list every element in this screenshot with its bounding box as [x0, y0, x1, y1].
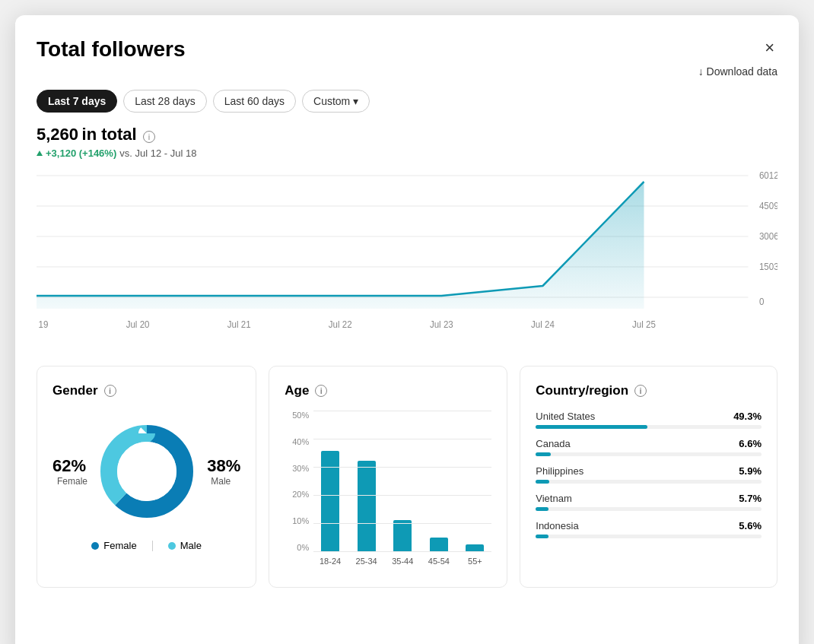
bar-18-24	[321, 451, 339, 552]
chart-area	[37, 182, 644, 309]
country-info-icon: i	[634, 385, 647, 397]
bottom-panels: Gender i 62% Female	[37, 366, 777, 588]
x-label-45-54: 45-54	[422, 557, 456, 566]
country-name-ca: Canada	[536, 438, 571, 449]
age-x-labels: 18-24 25-34 35-44 45-54 55+	[313, 552, 491, 570]
svg-text:6012: 6012	[759, 170, 777, 180]
country-item-vn: Vietnam 5.7%	[536, 493, 762, 511]
filter-custom-button[interactable]: Custom ▾	[302, 90, 370, 113]
bar-35-44	[393, 520, 412, 552]
download-button[interactable]: ↓ Download data	[698, 65, 777, 78]
legend-male: Male	[168, 540, 202, 551]
age-info-icon: i	[315, 385, 327, 397]
bar-45-54	[430, 538, 448, 552]
age-panel-title: Age i	[285, 383, 491, 398]
country-item-id: Indonesia 5.6%	[536, 520, 762, 538]
country-fill-ca	[536, 452, 551, 456]
male-dot	[168, 542, 176, 550]
change-value: +3,120 (+146%)	[37, 148, 116, 159]
country-name-ph: Philippines	[536, 465, 583, 477]
filter-last7-button[interactable]: Last 7 days	[37, 90, 117, 113]
time-filters: Last 7 days Last 28 days Last 60 days Cu…	[37, 90, 777, 113]
country-item-ph: Philippines 5.9%	[536, 465, 762, 484]
svg-text:Jul 25: Jul 25	[632, 319, 656, 329]
country-item-us: United States 49.3%	[536, 411, 762, 429]
country-header-vn: Vietnam 5.7%	[536, 493, 762, 504]
bar-25-34	[358, 461, 376, 552]
country-header-us: United States 49.3%	[536, 411, 762, 422]
country-pct-ph: 5.9%	[739, 465, 762, 477]
change-vs: vs. Jul 12 - Jul 18	[119, 148, 196, 159]
country-pct-vn: 5.7%	[739, 493, 762, 504]
female-pct: 62%	[52, 456, 86, 476]
female-label: Female	[52, 476, 92, 487]
header-right: × ↓ Download data	[698, 36, 777, 78]
x-label-55plus: 55+	[459, 557, 492, 566]
svg-text:3006: 3006	[759, 231, 777, 241]
legend-female-label: Female	[103, 540, 136, 551]
donut-area: 62% Female 38% Male	[52, 411, 240, 551]
svg-text:4509: 4509	[759, 201, 777, 211]
svg-text:0: 0	[759, 297, 765, 306]
country-name-id: Indonesia	[536, 520, 578, 531]
country-name-us: United States	[536, 411, 595, 422]
followers-chart: 6012 4509 3006 1503 0 Jul 19 Jul 20 Jul …	[37, 168, 777, 351]
x-label-35-44: 35-44	[386, 557, 419, 566]
page-title: Total followers	[37, 36, 186, 62]
country-fill-id	[536, 535, 548, 538]
country-header-ca: Canada 6.6%	[536, 438, 762, 449]
modal-container: Total followers × ↓ Download data Last 7…	[15, 15, 799, 644]
age-y-axis: 50% 40% 30% 20% 10% 0%	[285, 411, 309, 570]
country-fill-ph	[536, 480, 549, 484]
country-track-ca	[536, 452, 762, 456]
bar-group-18-24	[313, 451, 347, 552]
legend-divider	[152, 541, 153, 551]
country-fill-us	[536, 425, 647, 429]
svg-text:Jul 23: Jul 23	[430, 319, 453, 329]
country-fill-vn	[536, 507, 548, 511]
change-stat: +3,120 (+146%) vs. Jul 12 - Jul 18	[37, 148, 777, 159]
svg-point-19	[117, 442, 176, 501]
bars-row	[313, 411, 491, 552]
arrow-up-icon	[37, 151, 43, 156]
country-track-us	[536, 425, 762, 429]
country-item-ca: Canada 6.6%	[536, 438, 762, 456]
donut-svg	[94, 418, 200, 525]
filter-last60-button[interactable]: Last 60 days	[213, 90, 296, 113]
gender-info-icon: i	[104, 385, 116, 397]
country-header-id: Indonesia 5.6%	[536, 520, 762, 531]
total-count-row: 5,260 in total i	[37, 125, 777, 144]
chart-container: 6012 4509 3006 1503 0 Jul 19 Jul 20 Jul …	[37, 168, 777, 351]
bar-55plus	[466, 544, 484, 552]
bar-group-55plus	[459, 544, 492, 552]
age-bars-wrapper: 18-24 25-34 35-44 45-54 55+	[313, 411, 491, 570]
total-label: in total	[82, 125, 137, 144]
stats-section: 5,260 in total i +3,120 (+146%) vs. Jul …	[37, 125, 777, 159]
country-pct-id: 5.6%	[739, 520, 762, 531]
svg-text:Jul 19: Jul 19	[37, 319, 48, 329]
gender-panel: Gender i 62% Female	[37, 366, 256, 588]
donut-chart	[92, 411, 201, 532]
total-info-icon: i	[143, 131, 155, 143]
svg-text:1503: 1503	[759, 262, 777, 271]
country-pct-ca: 6.6%	[739, 438, 762, 449]
filter-last28-button[interactable]: Last 28 days	[123, 90, 206, 113]
country-header-ph: Philippines 5.9%	[536, 465, 762, 477]
gender-panel-title: Gender i	[52, 383, 240, 398]
bar-group-25-34	[350, 461, 383, 552]
female-dot	[91, 542, 99, 550]
total-count: 5,260	[37, 125, 78, 144]
country-panel-title: Country/region i	[536, 383, 762, 398]
age-panel: Age i 50% 40% 30% 20% 10% 0%	[269, 366, 507, 588]
male-pct: 38%	[207, 456, 240, 476]
close-button[interactable]: ×	[762, 36, 777, 59]
legend-female: Female	[91, 540, 136, 551]
bar-group-35-44	[386, 520, 419, 552]
country-track-ph	[536, 480, 762, 484]
modal-header: Total followers × ↓ Download data	[37, 36, 777, 78]
gender-legend: Female Male	[91, 540, 202, 551]
country-name-vn: Vietnam	[536, 493, 571, 504]
svg-text:Jul 20: Jul 20	[126, 319, 150, 329]
svg-text:Jul 22: Jul 22	[329, 319, 352, 329]
male-label: Male	[201, 476, 240, 487]
